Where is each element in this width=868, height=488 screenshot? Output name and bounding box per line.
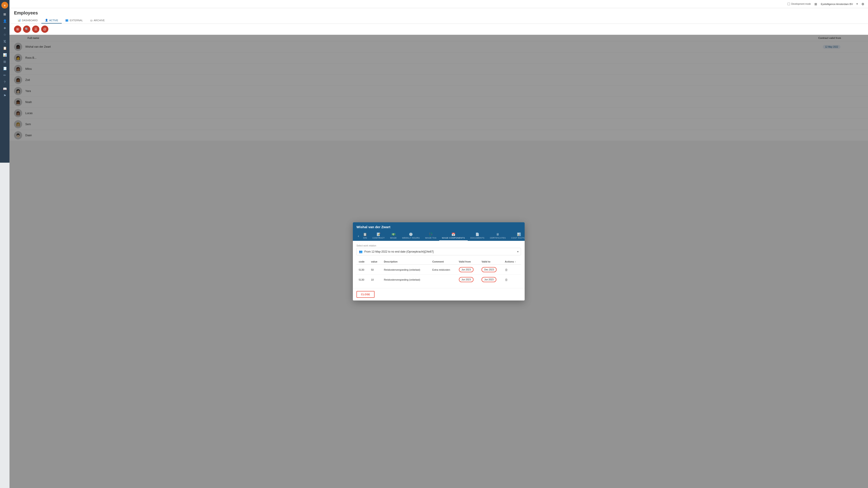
sidebar-item-chart[interactable]: 📊 [1, 52, 8, 58]
modal-overlay: Wishal van der Zwart ‹ 📋 ION 📝 CONTRACT [9, 35, 289, 163]
archive-icon: 🗂 [90, 19, 93, 22]
page-header: Employees 📊 DASHBOARD 👤 ACTIVE 👥 EXTERNA… [9, 8, 289, 24]
search-button[interactable]: 🔍 [23, 26, 30, 33]
sidebar-item-reports[interactable]: 📋 [1, 45, 8, 51]
sidebar-item-dashboard[interactable]: ◈ [1, 25, 8, 31]
app-logo[interactable]: e [1, 2, 8, 8]
app-topbar: Development mode ⊞ Eyetelligence Amsterd… [9, 0, 289, 8]
list-button[interactable]: ☰ [32, 26, 39, 33]
tab-external[interactable]: 👥 EXTERNAL [62, 18, 86, 24]
sidebar-item-grid[interactable]: ⊞ [1, 59, 8, 65]
email-button[interactable]: @ [41, 26, 49, 33]
sidebar-item-flag[interactable]: ⚑ [1, 93, 8, 98]
sidebar-item-book[interactable]: 📖 [1, 86, 8, 92]
sidebar-item-home[interactable]: ⊞ [1, 11, 8, 17]
sidebar-item-star[interactable]: ☆ [1, 32, 8, 37]
tab-archive[interactable]: 🗂 ARCHIVE [87, 18, 108, 24]
employee-list-area: Full name Contract valid from Wishal van… [9, 35, 289, 163]
active-icon: 👤 [45, 19, 48, 22]
sidebar-item-tree[interactable]: ⛕ [1, 38, 8, 44]
dashboard-icon: 📊 [18, 19, 21, 22]
page-nav: 📊 DASHBOARD 👤 ACTIVE 👥 EXTERNAL 🗂 ARCHIV… [14, 18, 289, 24]
sidebar: e ⊞ 👤 ◈ ☆ ⛕ 📋 📊 ⊞ 🧾 ✏ ? 📖 ⚑ [0, 0, 9, 163]
sidebar-item-question[interactable]: ? [1, 79, 8, 85]
tab-dashboard[interactable]: 📊 DASHBOARD [14, 18, 41, 24]
tab-active[interactable]: 👤 ACTIVE [41, 18, 62, 24]
sidebar-item-person[interactable]: 👤 [1, 18, 8, 24]
sidebar-item-receipt[interactable]: 🧾 [1, 66, 8, 71]
sidebar-item-edit[interactable]: ✏ [1, 72, 8, 78]
page-title: Employees [14, 10, 289, 15]
kanban-button[interactable]: ⊞ [14, 26, 21, 33]
external-icon: 👥 [65, 19, 68, 22]
toolbar: ⊞ 🔍 ☰ @ [9, 24, 289, 35]
